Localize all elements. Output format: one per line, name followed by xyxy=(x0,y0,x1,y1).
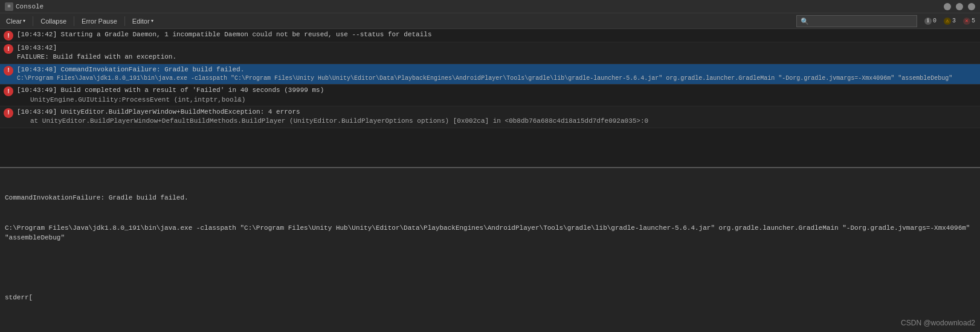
collapse-label: Collapse xyxy=(40,18,66,25)
title-bar: ≡ Console xyxy=(0,0,980,13)
log-entry[interactable]: ! [10:43:49] UnityEditor.BuildPlayerWind… xyxy=(0,106,980,128)
error-icon: ! xyxy=(4,66,13,76)
toolbar: Clear ▾ Collapse Error Pause Editor ▾ ℹ … xyxy=(0,13,980,29)
info-badge[interactable]: ℹ 0 xyxy=(922,17,939,25)
warning-count: 3 xyxy=(952,18,956,24)
separator-1 xyxy=(33,16,33,26)
error-count: 5 xyxy=(972,18,975,24)
detail-content: CommandInvokationFailure: Gradle build f… xyxy=(5,173,975,332)
watermark: CSDN @wodownload2 xyxy=(901,319,975,327)
title-bar-left: ≡ Console xyxy=(5,2,44,11)
separator-2 xyxy=(74,16,74,26)
log-entry-selected[interactable]: ! [10:43:48] CommandInvokationFailure: G… xyxy=(0,64,980,85)
editor-button[interactable]: Editor ▾ xyxy=(129,15,157,27)
error-badge[interactable]: ✕ 5 xyxy=(961,17,978,25)
info-count: 0 xyxy=(933,18,936,24)
window-title: Console xyxy=(16,3,44,10)
search-input[interactable] xyxy=(796,15,917,27)
minimize-button[interactable] xyxy=(944,3,951,10)
title-bar-right xyxy=(944,3,975,10)
error-icon: ! xyxy=(4,31,13,41)
info-icon: ℹ xyxy=(924,18,932,25)
console-icon: ≡ xyxy=(5,2,13,11)
log-message: [10:43:42] Starting a Gradle Daemon, 1 i… xyxy=(17,30,976,39)
detail-line-blank2 xyxy=(5,323,975,333)
log-entry[interactable]: ! [10:43:49] Build completed with a resu… xyxy=(0,85,980,106)
close-button[interactable] xyxy=(968,3,975,10)
clear-button[interactable]: Clear ▾ xyxy=(2,15,29,27)
console-detail-panel[interactable]: CommandInvokationFailure: Gradle build f… xyxy=(0,168,980,332)
error-icon: ! xyxy=(4,108,13,118)
separator-3 xyxy=(124,16,125,26)
log-message: [10:43:42] FAILURE: Build failed with an… xyxy=(17,44,976,62)
detail-line-blank xyxy=(5,263,975,273)
log-message: [10:43:49] Build completed with a result… xyxy=(17,86,976,105)
warning-icon: ⚠ xyxy=(944,18,951,25)
clear-dropdown-icon: ▾ xyxy=(23,18,25,24)
log-message: [10:43:48] CommandInvokationFailure: Gra… xyxy=(17,65,976,83)
console-upper-panel[interactable]: ! [10:43:42] Starting a Gradle Daemon, 1… xyxy=(0,29,980,168)
detail-line-2: C:\Program Files\Java\jdk1.8.0_191\bin\j… xyxy=(5,223,975,243)
clear-label: Clear xyxy=(6,18,22,25)
error-icon: ! xyxy=(4,86,13,96)
error-icon: ✕ xyxy=(963,18,970,25)
detail-line-1: CommandInvokationFailure: Gradle build f… xyxy=(5,193,975,203)
maximize-button[interactable] xyxy=(956,3,963,10)
editor-label: Editor xyxy=(132,18,150,25)
error-pause-button[interactable]: Error Pause xyxy=(78,15,121,27)
error-pause-label: Error Pause xyxy=(82,18,117,25)
warning-badge[interactable]: ⚠ 3 xyxy=(941,17,958,25)
editor-dropdown-icon: ▾ xyxy=(151,18,153,24)
badge-container: ℹ 0 ⚠ 3 ✕ 5 xyxy=(922,17,978,25)
collapse-button[interactable]: Collapse xyxy=(37,15,70,27)
error-icon: ! xyxy=(4,44,13,54)
detail-line-stderr: stderr[ xyxy=(5,293,975,303)
log-entry[interactable]: ! [10:43:42] FAILURE: Build failed with … xyxy=(0,42,980,64)
log-entry[interactable]: ! [10:43:42] Starting a Gradle Daemon, 1… xyxy=(0,29,980,42)
log-message: [10:43:49] UnityEditor.BuildPlayerWindow… xyxy=(17,108,976,126)
